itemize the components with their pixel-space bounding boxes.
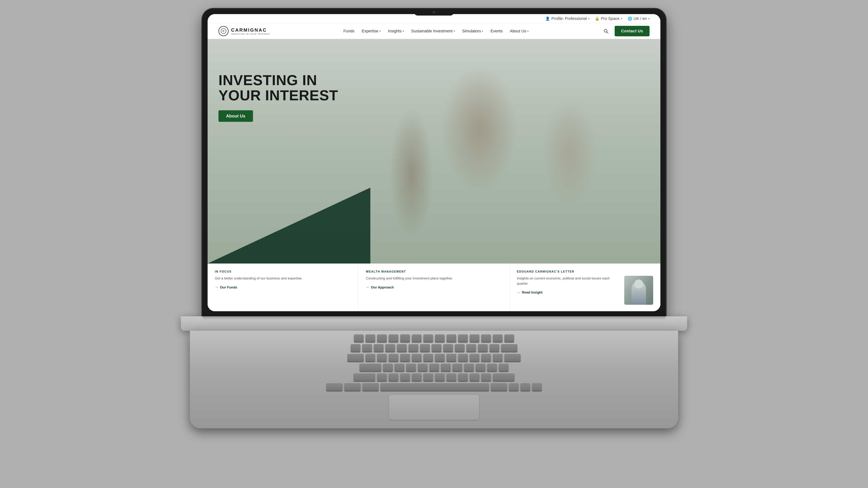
nav-insights[interactable]: Insights ▾ — [388, 29, 404, 33]
key-x — [389, 373, 398, 381]
card-2-tag: WEALTH MANAGEMENT — [366, 270, 502, 273]
card-1-link[interactable]: → Our Funds — [215, 285, 351, 289]
key-6 — [420, 344, 430, 352]
key-t — [412, 354, 422, 361]
card-1-tag: IN FOCUS — [215, 270, 351, 273]
hero-content: INVESTING IN YOUR INTEREST About Us — [218, 73, 338, 122]
logo-icon: C — [218, 26, 228, 36]
brand-tagline: INVESTING IN YOUR INTEREST — [231, 33, 270, 35]
key-q — [366, 354, 375, 361]
key-i — [446, 354, 456, 361]
profile-dropdown-arrow: ▾ — [588, 17, 590, 20]
lock-icon: 🔒 — [595, 17, 599, 21]
key-option — [362, 383, 379, 391]
hero-section: INVESTING IN YOUR INTEREST About Us — [208, 39, 660, 263]
nav-simulators[interactable]: Simulators ▾ — [462, 29, 484, 33]
key-esc — [354, 334, 364, 342]
key-f11 — [481, 334, 491, 342]
key-backspace — [501, 344, 517, 352]
laptop-screen: 👤 Profile: Professional ▾ 🔒 Pro Space ▾ … — [203, 9, 665, 316]
key-fn — [326, 383, 342, 391]
search-button[interactable] — [601, 27, 610, 35]
nav-funds[interactable]: Funds — [343, 29, 354, 33]
key-quote — [499, 364, 508, 371]
svg-line-3 — [607, 32, 608, 33]
contact-us-button[interactable]: Contact Us — [615, 26, 650, 36]
key-s — [395, 364, 404, 371]
key-h — [441, 364, 451, 371]
sustainable-arrow: ▾ — [454, 30, 455, 33]
webcam — [432, 11, 436, 14]
key-0 — [466, 344, 476, 352]
nav-expertise[interactable]: Expertise ▾ — [362, 29, 381, 33]
key-option-r — [491, 383, 507, 391]
key-p — [470, 354, 479, 361]
laptop-device: 👤 Profile: Professional ▾ 🔒 Pro Space ▾ … — [172, 9, 696, 479]
key-l — [475, 364, 485, 371]
key-5 — [408, 344, 418, 352]
key-f6 — [423, 334, 433, 342]
logo[interactable]: C CARMIGNAC INVESTING IN YOUR INTEREST — [218, 26, 270, 36]
key-slash — [481, 373, 491, 381]
locale-label: UK / en — [633, 16, 647, 21]
key-f8 — [446, 334, 456, 342]
pro-space-link[interactable]: 🔒 Pro Space ▾ — [595, 16, 622, 21]
edouard-portrait — [624, 276, 653, 305]
key-period — [470, 373, 479, 381]
logo-text: CARMIGNAC INVESTING IN YOUR INTEREST — [231, 27, 270, 35]
pro-space-label: Pro Space — [601, 16, 620, 21]
profile-selector[interactable]: 👤 Profile: Professional ▾ — [546, 16, 590, 21]
website: 👤 Profile: Professional ▾ 🔒 Pro Space ▾ … — [208, 14, 660, 311]
card-in-focus: IN FOCUS Get a better understanding of o… — [208, 263, 359, 311]
hero-cta-button[interactable]: About Us — [218, 110, 253, 122]
key-backtick — [351, 344, 361, 352]
key-arrow-r — [532, 383, 542, 391]
key-8 — [443, 344, 453, 352]
card-3-link[interactable]: → Read Insight — [517, 290, 621, 294]
key-tab — [347, 354, 364, 361]
card-1-description: Get a better understanding of our busine… — [215, 276, 351, 281]
laptop-base — [181, 316, 687, 331]
key-d — [406, 364, 416, 371]
key-f5 — [412, 334, 422, 342]
card-wealth-management: WEALTH MANAGEMENT Constructing and fulfi… — [359, 263, 509, 311]
trackpad[interactable] — [389, 395, 479, 420]
key-bracket-l — [481, 354, 491, 361]
key-minus — [478, 344, 488, 352]
pro-space-arrow: ▾ — [621, 17, 622, 20]
key-v — [412, 373, 422, 381]
key-1 — [362, 344, 372, 352]
main-navigation: C CARMIGNAC INVESTING IN YOUR INTEREST F… — [208, 23, 660, 39]
laptop-keyboard — [190, 331, 678, 428]
key-k — [464, 364, 474, 371]
key-f10 — [470, 334, 479, 342]
key-caps — [360, 364, 381, 371]
carmignac-logo-svg: C — [221, 28, 226, 34]
key-r — [400, 354, 410, 361]
key-space[interactable] — [380, 383, 489, 391]
key-z — [377, 373, 387, 381]
key-ctrl — [344, 383, 361, 391]
expertise-arrow: ▾ — [379, 30, 381, 33]
nav-sustainable[interactable]: Sustainable Investment ▾ — [411, 29, 455, 33]
screen-bezel: 👤 Profile: Professional ▾ 🔒 Pro Space ▾ … — [208, 14, 660, 311]
key-y — [423, 354, 433, 361]
nav-about[interactable]: About Us ▾ — [510, 29, 529, 33]
locale-selector[interactable]: 🌐 UK / en ▾ — [628, 16, 650, 21]
cards-section: IN FOCUS Get a better understanding of o… — [208, 263, 660, 311]
key-f12 — [493, 334, 502, 342]
card-3-content: Insights on current economic, political … — [517, 276, 653, 305]
about-arrow: ▾ — [527, 30, 529, 33]
key-7 — [432, 344, 441, 352]
key-e — [389, 354, 398, 361]
key-9 — [455, 344, 465, 352]
nav-events[interactable]: Events — [490, 29, 502, 33]
key-f — [418, 364, 428, 371]
keyboard-row-5 — [353, 373, 515, 381]
card-2-link[interactable]: → Our Approach — [366, 285, 502, 289]
key-w — [377, 354, 387, 361]
key-o — [458, 354, 468, 361]
globe-icon: 🌐 — [628, 17, 632, 21]
keyboard-row-4 — [360, 364, 508, 371]
key-f9 — [458, 334, 468, 342]
